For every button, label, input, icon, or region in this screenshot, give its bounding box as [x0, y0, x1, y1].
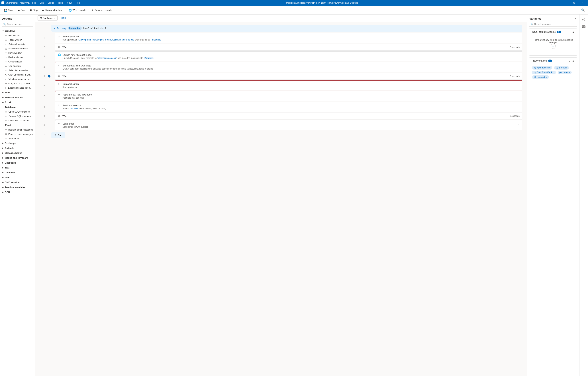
run-button[interactable]: ▶ Run [16, 8, 27, 13]
action-close-sql-label: Close SQL connection [9, 119, 30, 122]
action-close-window[interactable]: ✕ Close window [0, 60, 35, 64]
action-execute-sql[interactable]: ▭ Execute SQL statement [0, 114, 35, 118]
tab-main[interactable]: Main ✕ [58, 15, 72, 21]
step-card-4[interactable]: ≡ Extract data from web page Extract dat… [55, 62, 522, 72]
action-group-web-header[interactable]: ▶ Web [0, 90, 35, 95]
var-chip-datafromwebp[interactable]: {x} DataFromWebP... [532, 71, 556, 74]
action-group-database-header[interactable]: ▼ Database [0, 105, 35, 110]
save-button[interactable]: 💾 Save [2, 8, 15, 13]
close-button[interactable]: ✕ [578, 0, 587, 6]
step-card-10[interactable]: ✉ Send email ⋮ Send email to with subjec… [55, 120, 522, 130]
action-move-window[interactable]: ✥ Move window [0, 51, 35, 55]
actions-search-icon: 🔍 [3, 23, 6, 26]
action-group-mouse-header[interactable]: ▶ Mouse and keyboard [0, 155, 35, 160]
action-group-ocr-header[interactable]: ▶ OCR [0, 190, 35, 195]
flow-variables-section-header[interactable]: Flow variables 5 ⊟ ▲ [529, 58, 577, 64]
action-group-email-header[interactable]: ▼ Email [0, 123, 35, 128]
menu-debug[interactable]: Debug [46, 1, 56, 5]
variables-close-icon[interactable]: ✕ [575, 17, 577, 20]
action-retrieve-email[interactable]: ✉ Retrieve email messages [0, 128, 35, 132]
action-close-sql[interactable]: ▭ Close SQL connection [0, 118, 35, 123]
tab-main-close-icon[interactable]: ✕ [68, 17, 69, 19]
step-card-9-title: Wait [63, 115, 507, 118]
step-card-3[interactable]: 🌐 Launch new Microsoft Edge Launch Micro… [55, 51, 522, 61]
step-card-6[interactable]: ▷ Run application Run application [55, 80, 522, 90]
subflows-button[interactable]: ⊞ Subflows ▼ [38, 15, 58, 21]
right-sidebar-var-icon[interactable]: {x} [581, 16, 587, 22]
action-resize-window[interactable]: ⤡ Resize window [0, 55, 35, 60]
action-group-terminal-header[interactable]: ▶ Terminal emulation [0, 185, 35, 190]
action-group-clipboard-header[interactable]: ▶ Clipboard [0, 160, 35, 165]
search-variables-input[interactable] [529, 21, 577, 27]
menu-tools[interactable]: Tools [56, 1, 65, 5]
add-variable-button[interactable]: + [551, 44, 556, 49]
run-next-button[interactable]: ⏭ Run next action [40, 8, 63, 13]
action-send-email[interactable]: ✉ Send email [0, 136, 35, 141]
flow-variables-collapse-icon[interactable]: ▲ [572, 59, 574, 62]
loop-header[interactable]: ▼ ↻ Loop LoopIndex from 1 to 14 with ste… [51, 25, 522, 32]
menu-help[interactable]: Help [74, 1, 82, 5]
step-card-1[interactable]: ▷ Run application Run application 'C:\Pr… [55, 33, 522, 43]
end-block[interactable]: ⚑ End [51, 132, 65, 138]
action-group-text-header[interactable]: ▶ Text [0, 165, 35, 170]
process-email-icon: ✉ [5, 133, 7, 135]
web-recorder-button[interactable]: 🌐 Web recorder [67, 8, 89, 13]
loop-collapse-icon[interactable]: ▼ [53, 27, 56, 29]
clipboard-group-label: Clipboard [5, 161, 16, 164]
minimize-button[interactable]: — [561, 0, 570, 6]
step-card-9[interactable]: ⊠ Wait 1 seconds [55, 113, 522, 119]
action-get-window[interactable]: ▭ Get window [0, 33, 35, 38]
action-select-menu[interactable]: ≡ Select menu option in... [0, 77, 35, 81]
action-process-email[interactable]: ✉ Process email messages [0, 132, 35, 136]
step-card-5[interactable]: ⊠ Wait 2 seconds [55, 73, 522, 80]
var-chip-loopindex[interactable]: {x} LoopIndex [532, 75, 549, 79]
action-drag-drop[interactable]: ⇔ Drag and drop UI elem... [0, 81, 35, 86]
action-focus-window[interactable]: ▭ Focus window [0, 38, 35, 42]
step-card-2-time: 2 seconds [510, 46, 520, 48]
var-chip-browser-label: Browser [559, 66, 567, 69]
action-expand-tree[interactable]: ▷ Expand/collapse tree n... [0, 86, 35, 90]
action-select-tab[interactable]: ▭ Select tab in window [0, 68, 35, 73]
action-group-cmd-header[interactable]: ▶ CMD session [0, 180, 35, 185]
action-group-msgbox-header[interactable]: ▶ Message boxes [0, 150, 35, 155]
menu-file[interactable]: File [31, 1, 38, 5]
action-group-outlook-header[interactable]: ▶ Outlook [0, 146, 35, 150]
toolbar-search-button[interactable]: 🔍 [580, 7, 586, 13]
action-group-web-automation-header[interactable]: ▶ Web automation [0, 95, 35, 100]
action-use-desktop[interactable]: ▭ Use desktop [0, 64, 35, 68]
var-chip-launch[interactable]: {x} Launch [558, 71, 572, 74]
action-group-excel-header[interactable]: ▶ Excel [0, 100, 35, 105]
var-chip-browser[interactable]: {x} Browser [554, 66, 569, 70]
step-card-7[interactable]: ▭ Populate text field in window Populate… [55, 91, 522, 101]
action-group-exchange-header[interactable]: ▶ Exchange [0, 141, 35, 146]
step-card-10-menu-icon[interactable]: ⋮ [517, 122, 520, 125]
search-actions-input[interactable] [2, 21, 33, 27]
var-chip-appprocessid-label: AppProcessId [537, 66, 551, 69]
menu-edit[interactable]: Edit [38, 1, 45, 5]
step-card-5-title: Wait [63, 75, 507, 78]
var-chip-appprocessid[interactable]: {x} AppProcessId [532, 66, 552, 70]
edge-url-link[interactable]: 'https://contoso.com' [97, 57, 117, 59]
menu-view[interactable]: View [65, 1, 74, 5]
step-card-2[interactable]: ⊠ Wait 2 seconds [55, 44, 522, 51]
step-card-8[interactable]: ↖ Send mouse click Send a Left click eve… [55, 102, 522, 112]
action-open-sql[interactable]: ▭ Open SQL connection [0, 110, 35, 114]
action-group-windows-header[interactable]: ▼ Windows [0, 29, 35, 33]
action-set-window-visibility[interactable]: ◎ Set window visibility [0, 46, 35, 51]
drag-drop-icon: ⇔ [5, 82, 7, 85]
desktop-recorder-button[interactable]: 🖥 Desktop recorder [89, 8, 115, 13]
action-group-exchange: ▶ Exchange [0, 141, 35, 146]
input-output-collapse-icon[interactable]: ▲ [572, 31, 574, 33]
flow-variables-filter-icon[interactable]: ⊟ [568, 59, 571, 62]
stop-button[interactable]: ⏹ Stop [28, 8, 40, 13]
step-number-11: 11 [40, 133, 47, 136]
action-group-pdf-header[interactable]: ▶ PDF [0, 175, 35, 180]
input-output-section-header[interactable]: Input / output variables 0 ▲ [529, 29, 577, 35]
left-click-link[interactable]: Left click [70, 107, 78, 110]
action-group-datetime-header[interactable]: ▶ Datetime [0, 170, 35, 175]
right-sidebar-email-icon[interactable] [581, 23, 587, 30]
action-click-ui[interactable]: ↖ Click UI element in win... [0, 73, 35, 77]
variables-panel: Variables ✕ 🔍 Input / output variables 0… [527, 14, 579, 376]
action-set-window-state[interactable]: ▭ Set window state [0, 42, 35, 46]
maximize-button[interactable]: ⧉ [570, 0, 578, 6]
